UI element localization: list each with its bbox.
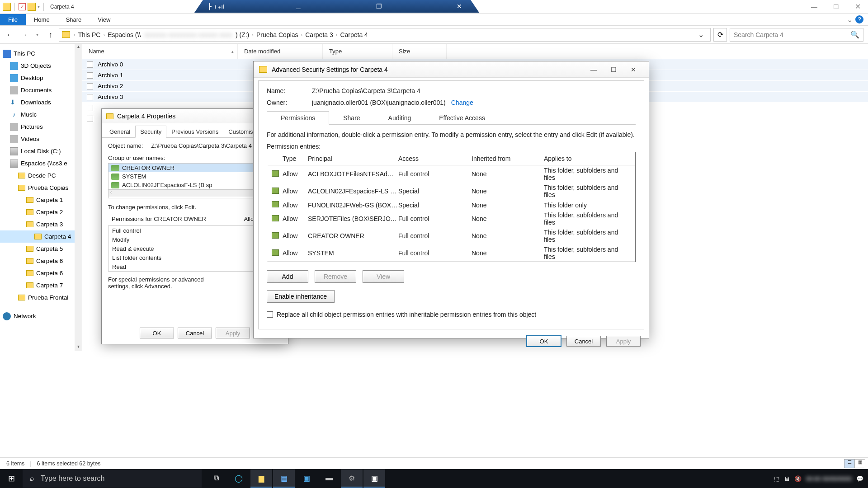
tab-general[interactable]: General	[104, 126, 135, 138]
col-type[interactable]: Type	[283, 155, 308, 162]
col-applies[interactable]: Applies to	[544, 155, 631, 162]
qat-checkbox-icon[interactable]: ✓	[19, 3, 26, 10]
permission-row[interactable]: AllowACLOLIN02JFEspaciosF-LS (BO...Speci…	[267, 183, 635, 200]
adv-tab-effective[interactable]: Effective Access	[425, 111, 499, 125]
tree-carpeta6[interactable]: Carpeta 6	[0, 255, 82, 267]
enable-inheritance-button[interactable]: Enable inheritance	[267, 290, 335, 303]
forward-button[interactable]: →	[18, 29, 29, 40]
ribbon-file[interactable]: File	[0, 14, 26, 25]
checkbox-icon[interactable]	[87, 105, 93, 111]
col-name[interactable]: Name▴	[82, 44, 238, 59]
app2-icon[interactable]: ▣	[363, 469, 385, 488]
checkbox-icon[interactable]	[87, 116, 93, 122]
task-view-icon[interactable]: ⧉	[205, 469, 227, 488]
tray-volume-icon[interactable]: 🔇	[794, 475, 802, 482]
tree-music[interactable]: ♪Music	[0, 108, 82, 121]
col-type[interactable]: Type	[323, 44, 392, 59]
edge-icon[interactable]: ◯	[228, 469, 250, 488]
tree-carpeta4[interactable]: Carpeta 4	[0, 230, 82, 243]
permission-row[interactable]: AllowFUNOLIN02JFWeb-GS (BOX\F...SpecialN…	[267, 200, 635, 210]
crumb[interactable]: Carpeta 3	[303, 31, 335, 38]
overlay-restore-icon[interactable]: ❐	[373, 3, 386, 10]
adv-maximize-button[interactable]: ☐	[604, 63, 623, 76]
tray-clock[interactable]: 00:00 00/00/0000	[806, 475, 852, 482]
crumb[interactable]: Prueba Copias	[255, 31, 300, 38]
remove-button[interactable]: Remove	[315, 270, 356, 283]
checkbox-icon[interactable]	[87, 61, 93, 68]
adv-minimize-button[interactable]: —	[584, 63, 604, 76]
permission-row[interactable]: AllowSYSTEMFull controlNoneThis folder, …	[267, 244, 635, 262]
overlay-min-icon[interactable]: ＿	[292, 2, 305, 10]
col-inherited[interactable]: Inherited from	[472, 155, 544, 162]
ribbon-home[interactable]: Home	[26, 14, 58, 25]
search-input[interactable]	[734, 31, 850, 38]
tree-desde-pc[interactable]: Desde PC	[0, 169, 82, 182]
notifications-icon[interactable]: 💬	[856, 475, 863, 482]
sidebar-scrollbar[interactable]: ▴▾	[75, 44, 82, 351]
tree-carpeta2[interactable]: Carpeta 2	[0, 206, 82, 218]
tree-prueba-copias[interactable]: Prueba Copias	[0, 182, 82, 194]
tree-documents[interactable]: Documents	[0, 84, 82, 96]
tab-security[interactable]: Security	[135, 126, 166, 138]
checkbox-icon[interactable]	[87, 72, 93, 79]
checkbox-icon[interactable]	[87, 94, 93, 100]
permission-row[interactable]: AllowACLBOXJOTEFilesNTFSAdmins...Full co…	[267, 165, 635, 183]
explorer-icon[interactable]: ▆	[250, 469, 272, 488]
adv-cancel-button[interactable]: Cancel	[566, 336, 601, 347]
minimize-button[interactable]: —	[804, 0, 825, 14]
search-icon[interactable]: 🔍	[850, 30, 859, 39]
address-dropdown[interactable]: ⌄	[694, 30, 708, 39]
cancel-button[interactable]: Cancel	[178, 328, 212, 338]
tree-pictures[interactable]: Pictures	[0, 121, 82, 133]
tree-carpeta3[interactable]: Carpeta 3	[0, 218, 82, 230]
help-icon[interactable]: ?	[855, 15, 863, 23]
tree-espacios[interactable]: Espacios (\\cs3.e	[0, 157, 82, 169]
icons-view-button[interactable]: ▦	[854, 459, 865, 468]
taskbar-search[interactable]: ⌕Type here to search	[23, 469, 202, 488]
tray-network-icon[interactable]: 🖥	[784, 475, 790, 482]
crumb[interactable]: Carpeta 4	[338, 31, 369, 38]
tab-prev-versions[interactable]: Previous Versions	[166, 126, 223, 138]
tree-carpeta5[interactable]: Carpeta 5	[0, 243, 82, 255]
col-access[interactable]: Access	[398, 155, 472, 162]
adv-tab-auditing[interactable]: Auditing	[374, 111, 425, 125]
details-view-button[interactable]: ☰	[844, 459, 855, 468]
tree-3d-objects[interactable]: 3D Objects	[0, 60, 82, 72]
tree-network[interactable]: Network	[0, 310, 82, 322]
permission-row[interactable]: AllowCREATOR OWNERFull controlNoneThis f…	[267, 227, 635, 244]
adv-tab-share[interactable]: Share	[329, 111, 374, 125]
close-button[interactable]: ✕	[847, 0, 868, 14]
search-box[interactable]: 🔍	[730, 28, 863, 42]
settings-icon[interactable]: ⚙	[341, 469, 363, 488]
adv-tab-permissions[interactable]: Permissions	[267, 111, 329, 125]
tree-carpeta1[interactable]: Carpeta 1	[0, 194, 82, 206]
col-principal[interactable]: Principal	[308, 155, 398, 162]
adv-close-button[interactable]: ✕	[623, 63, 643, 76]
qat-folder-icon[interactable]	[28, 3, 36, 11]
start-button[interactable]: ⊞	[0, 469, 23, 488]
view-button[interactable]: View	[363, 270, 404, 283]
tree-this-pc[interactable]: This PC	[0, 47, 82, 60]
app-icon[interactable]: ▤	[273, 469, 295, 488]
tree-prueba-frontal[interactable]: Prueba Frontal	[0, 291, 82, 304]
tree-carpeta6b[interactable]: Carpeta 6	[0, 267, 82, 279]
adv-apply-button[interactable]: Apply	[606, 336, 641, 347]
system-tray[interactable]: ⬚ 🖥 🔇 00:00 00/00/0000 💬	[774, 475, 868, 482]
address-bar[interactable]: › This PC › Espacios (\\ xxxxxxx xxxxxxx…	[59, 28, 711, 42]
change-owner-link[interactable]: Change	[451, 99, 473, 106]
terminal-icon[interactable]: ▬	[318, 469, 340, 488]
col-size[interactable]: Size	[392, 44, 447, 59]
history-dropdown[interactable]: ▾	[32, 29, 42, 40]
adv-ok-button[interactable]: OK	[527, 336, 561, 347]
checkbox-icon[interactable]	[87, 83, 93, 89]
maximize-button[interactable]: ☐	[826, 0, 846, 14]
crumb[interactable]: ) (Z:)	[234, 31, 251, 38]
ribbon-share[interactable]: Share	[58, 14, 90, 25]
tree-videos[interactable]: Videos	[0, 133, 82, 145]
add-button[interactable]: Add	[267, 270, 308, 283]
ribbon-expand-icon[interactable]: ⌄	[847, 15, 853, 24]
replace-checkbox[interactable]: Replace all child object permission entr…	[267, 311, 636, 318]
col-date[interactable]: Date modified	[238, 44, 323, 59]
tree-desktop[interactable]: Desktop	[0, 72, 82, 84]
checkbox-icon[interactable]	[267, 311, 273, 318]
